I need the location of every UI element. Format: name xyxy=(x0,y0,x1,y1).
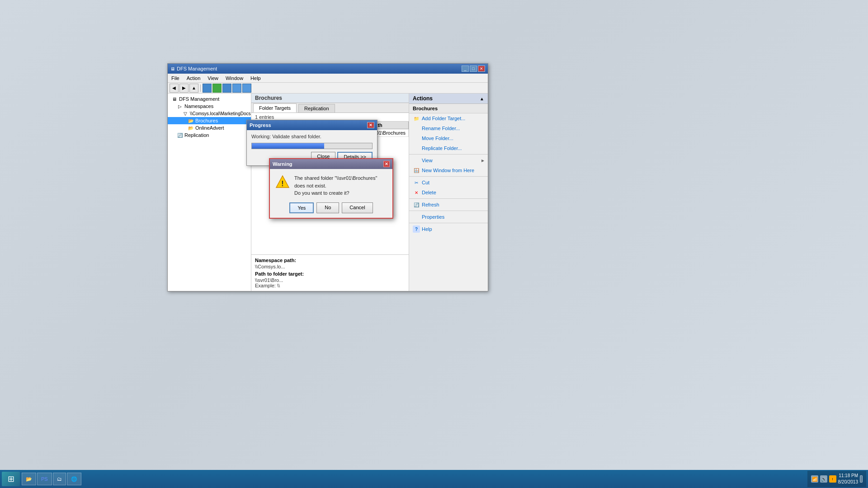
tree-item-brochures[interactable]: 📂 Brochures xyxy=(168,117,251,124)
taskbar-icon-explorer: 📂 xyxy=(26,476,32,482)
menu-help[interactable]: Help xyxy=(247,75,264,82)
progress-title-text: Progress xyxy=(250,122,271,128)
menu-file[interactable]: File xyxy=(168,75,183,82)
folder-target-label: Path to folder target: xyxy=(255,271,405,277)
action-delete[interactable]: ✕ Delete xyxy=(409,188,488,197)
warning-buttons: Yes No Cancel xyxy=(270,201,392,218)
warning-cancel-button[interactable]: Cancel xyxy=(342,202,373,213)
tree-item-replication[interactable]: 🔄 Replication xyxy=(168,131,251,139)
panel-header: Brochures xyxy=(251,94,409,103)
namespace-path-label: Namespace path: xyxy=(255,258,405,263)
refresh-icon: 🔄 xyxy=(413,201,420,208)
warning-yes-button[interactable]: Yes xyxy=(289,202,314,213)
rename-icon xyxy=(413,125,420,132)
menu-view[interactable]: View xyxy=(204,75,222,82)
tab-bar: Folder Targets Replication xyxy=(251,103,409,113)
title-bar-controls: _ □ ✕ xyxy=(462,66,485,72)
tab-replication[interactable]: Replication xyxy=(298,104,335,113)
progress-title-bar: Progress ✕ xyxy=(247,120,377,130)
menu-action[interactable]: Action xyxy=(183,75,204,82)
taskbar-app-explorer2[interactable]: 🗂 xyxy=(53,473,66,485)
progress-working-text: Working: Validate shared folder. xyxy=(251,134,373,139)
actions-section-title: Brochures xyxy=(413,106,438,111)
start-button[interactable]: ⊞ xyxy=(2,472,20,486)
action-label-help: Help xyxy=(422,226,432,232)
toolbar: ◀ ▶ ▲ xyxy=(168,83,488,94)
warning-close-x[interactable]: ✕ xyxy=(383,161,390,167)
clock-date: 8/20/2013 xyxy=(838,479,859,485)
actions-collapse-icon[interactable]: ▲ xyxy=(480,96,484,101)
tree-label-brochures: Brochures xyxy=(195,118,218,123)
delete-icon: ✕ xyxy=(413,189,420,196)
taskbar-app-powershell[interactable]: PS xyxy=(37,473,52,485)
action-add-folder-target[interactable]: 📁 Add Folder Target... xyxy=(409,113,488,123)
tab-folder-targets[interactable]: Folder Targets xyxy=(253,103,297,113)
taskbar-icon-ie: 🌐 xyxy=(71,476,77,482)
back-button[interactable]: ◀ xyxy=(170,84,179,93)
taskbar-icon-powershell: PS xyxy=(41,476,48,482)
action-view[interactable]: View xyxy=(409,155,488,165)
tray-icon-msg[interactable]: ! xyxy=(829,475,836,483)
minimize-button[interactable]: _ xyxy=(462,66,469,72)
actions-subheader: Brochures xyxy=(409,104,488,113)
warning-dialog: Warning ✕ ! The shared folder "\\svr01\B… xyxy=(269,158,393,219)
action-label-new-window: New Window from Here xyxy=(422,168,474,173)
maximize-button[interactable]: □ xyxy=(470,66,477,72)
action-label-refresh: Refresh xyxy=(422,202,439,207)
action-label-replicate: Replicate Folder... xyxy=(422,145,462,151)
progress-close-x[interactable]: ✕ xyxy=(367,122,374,128)
menu-window[interactable]: Window xyxy=(222,75,247,82)
progress-bar-fill xyxy=(252,143,324,149)
action-label-cut: Cut xyxy=(422,180,429,185)
action-help[interactable]: ? Help xyxy=(409,224,488,234)
tree-label-namespaces: Namespaces xyxy=(184,103,213,109)
action-replicate-folder[interactable]: Replicate Folder... xyxy=(409,143,488,153)
dfs-icon: 🖥 xyxy=(171,96,178,102)
toolbar-btn5[interactable] xyxy=(242,84,251,93)
action-label-delete: Delete xyxy=(422,190,436,195)
taskbar-icon-files: 🗂 xyxy=(57,476,62,482)
action-label-properties: Properties xyxy=(422,214,444,220)
action-rename-folder[interactable]: Rename Folder... xyxy=(409,123,488,133)
forward-button[interactable]: ▶ xyxy=(179,84,189,93)
tree-item-namespace[interactable]: ▽ \\Comsys.local\MarketingDocs xyxy=(168,110,251,117)
action-label-add-folder-target: Add Folder Target... xyxy=(422,116,465,121)
toolbar-btn3[interactable] xyxy=(222,84,231,93)
up-button[interactable]: ▲ xyxy=(189,84,198,93)
close-button[interactable]: ✕ xyxy=(478,66,485,72)
move-icon xyxy=(413,135,420,142)
warning-text-line1: The shared folder "\\svr01\Brochures" do… xyxy=(294,174,387,189)
taskbar-app-ie[interactable]: 🌐 xyxy=(67,473,81,485)
warning-message: The shared folder "\\svr01\Brochures" do… xyxy=(294,174,387,197)
onlineadvert-icon: 📂 xyxy=(188,125,194,131)
system-clock[interactable]: 11:18 PM 8/20/2013 xyxy=(838,473,859,485)
action-new-window[interactable]: 🪟 New Window from Here xyxy=(409,165,488,175)
tree-item-namespaces[interactable]: ▷ Namespaces xyxy=(168,103,251,110)
tray-icon-volume[interactable]: 🔊 xyxy=(820,475,827,483)
actions-panel: Actions ▲ Brochures 📁 Add Folder Target.… xyxy=(409,94,488,291)
progress-bar-container xyxy=(251,143,373,149)
replication-icon: 🔄 xyxy=(177,132,183,138)
warning-no-button[interactable]: No xyxy=(316,202,339,213)
warning-title-bar: Warning ✕ xyxy=(270,159,392,169)
tree-item-dfs[interactable]: 🖥 DFS Management xyxy=(168,95,251,103)
namespace-section: Namespace path: \\Comsys.lo... Path to f… xyxy=(251,254,409,291)
tree-label-namespace: \\Comsys.local\MarketingDocs xyxy=(190,111,250,116)
taskbar-app-explorer1[interactable]: 📂 xyxy=(22,473,36,485)
action-properties[interactable]: Properties xyxy=(409,212,488,222)
action-refresh[interactable]: 🔄 Refresh xyxy=(409,200,488,210)
toolbar-btn1[interactable] xyxy=(203,84,212,93)
tree-item-onlineadvert[interactable]: 📂 OnlineAdvert xyxy=(168,124,251,131)
show-desktop-button[interactable] xyxy=(860,475,863,483)
add-folder-icon: 📁 xyxy=(413,115,420,122)
action-move-folder[interactable]: Move Folder... xyxy=(409,133,488,143)
example-value: Example: \\ xyxy=(255,283,405,288)
tree-panel: 🖥 DFS Management ▷ Namespaces ▽ \\Comsys… xyxy=(168,94,251,291)
new-window-icon: 🪟 xyxy=(413,167,420,174)
toolbar-btn4[interactable] xyxy=(232,84,241,93)
action-label-move: Move Folder... xyxy=(422,136,453,141)
replicate-icon xyxy=(413,145,420,152)
tray-icon-network[interactable]: 📶 xyxy=(811,475,818,483)
action-cut[interactable]: ✂ Cut xyxy=(409,178,488,188)
toolbar-btn2[interactable] xyxy=(212,84,222,93)
